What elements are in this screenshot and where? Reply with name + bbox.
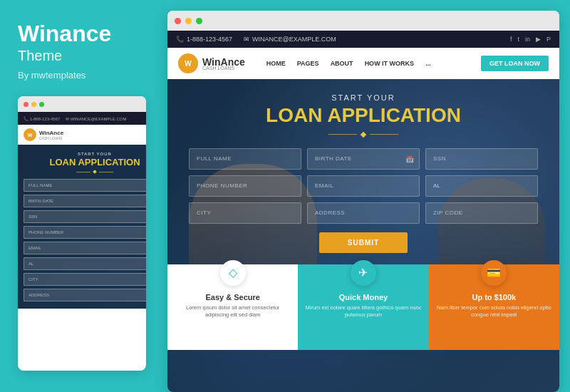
ssn-wrap [425,148,538,170]
birth-date-wrap: 📅 [307,148,420,170]
right-panel: 📞 1-888-123-4567 ✉ WINANCE@EXAMPLE.COM f… [164,0,570,392]
theme-subtitle: Theme [18,48,146,64]
facebook-icon[interactable]: f [510,36,512,43]
divider-line-right [370,134,398,135]
calendar-icon: 📅 [405,155,414,163]
city-wrap [189,202,301,224]
email-input[interactable] [307,175,420,197]
phone-icon: 📞 [176,36,184,43]
mini-expand-dot [39,102,44,107]
up-to-100k-content: Up to $100k Nam liber tempor cum soluta … [436,293,552,319]
main-browser-bar [167,11,559,31]
logo-icon: W [178,53,198,73]
mini-browser-content: 📞 1-888-123-4567 ✉ WINANCE@EXAMPLE.COM f… [18,112,146,371]
email-address: WINANCE@EXAMPLE.COM [252,36,336,43]
site-topbar: 📞 1-888-123-4567 ✉ WINANCE@EXAMPLE.COM f… [167,31,559,48]
topbar-email: ✉ WINANCE@EXAMPLE.COM [244,36,336,43]
full-name-wrap [189,148,301,170]
city-input[interactable] [189,202,301,224]
left-panel: Winance Theme By mwtemplates 📞 1-888-123… [0,0,164,392]
state-wrap: AL AK AZ [425,175,538,197]
state-select[interactable]: AL AK AZ [425,175,538,197]
up-to-100k-title: Up to $100k [436,293,552,301]
mini-minimize-dot [31,102,36,107]
logo-text-wrap: WinAnce CASH LOANS [202,56,245,71]
full-name-input[interactable] [189,148,301,170]
zip-wrap [425,202,538,224]
main-site: 📞 1-888-123-4567 ✉ WINANCE@EXAMPLE.COM f… [167,31,559,392]
minimize-dot[interactable] [185,18,192,24]
form-row-2: AL AK AZ [189,175,538,197]
divider-line-left [328,134,357,135]
zip-input[interactable] [425,202,538,224]
feature-up-to-100k: 💳 Up to $100k Nam liber tempor cum solut… [429,264,559,350]
nav-how-it-works[interactable]: HOW IT WORKS [365,60,415,67]
phone-number: 1-888-123-4567 [187,36,232,43]
nav-about[interactable]: ABOUT [331,60,353,67]
quick-money-title: Quick Money [305,293,421,301]
address-input[interactable] [307,202,420,224]
theme-author: By mwtemplates [18,70,146,81]
site-nav: HOME PAGES ABOUT HOW IT WORKS ... [266,60,431,67]
hero-start-your: START YOUR [182,93,545,102]
form-row-1: 📅 [189,148,538,170]
up-to-100k-text: Nam liber tempor cum soluta nobis eligen… [436,304,552,319]
email-icon: ✉ [244,36,249,43]
form-submit-row: SUBMIT [189,232,538,253]
social-icons: f t in ▶ P [510,36,551,43]
theme-title: Winance [18,21,146,46]
nav-home[interactable]: HOME [266,60,286,67]
get-loan-button[interactable]: GET LOAN NOW [481,56,549,71]
pinterest-icon[interactable]: P [546,36,551,43]
twitter-icon[interactable]: t [517,36,519,43]
nav-more[interactable]: ... [425,60,431,67]
email-wrap [307,175,420,197]
ssn-input[interactable] [425,148,538,170]
quick-money-content: Quick Money Mirum est notare quam litter… [305,293,421,319]
mini-browser-bar [18,96,146,112]
linkedin-icon[interactable]: in [525,36,530,43]
address-wrap [307,202,420,224]
youtube-icon[interactable]: ▶ [536,36,541,43]
close-dot[interactable] [175,18,181,24]
site-hero: START YOUR LOAN APPLICATION [167,79,559,392]
form-row-3 [189,202,538,224]
expand-dot[interactable] [196,18,202,24]
hero-title: LOAN APPLICATION [182,105,545,127]
easy-secure-title: Easy & Secure [175,293,291,301]
mini-close-dot [24,102,28,107]
site-navbar: W WinAnce CASH LOANS HOME PAGES ABOUT HO… [167,48,559,79]
phone-input[interactable] [189,175,301,197]
site-logo: W WinAnce CASH LOANS [178,53,245,73]
quick-money-text: Mirum est notare quam littera gothica qu… [305,304,421,319]
feature-easy-secure: ◇ Easy & Secure Lorem ipsum dolor sit am… [167,264,298,350]
loan-form: 📅 [167,137,559,264]
nav-pages[interactable]: PAGES [297,60,319,67]
birth-date-input[interactable] [307,148,420,170]
submit-button[interactable]: SUBMIT [319,232,408,253]
feature-quick-money: ✈ Quick Money Mirum est notare quam litt… [298,264,428,350]
easy-secure-content: Easy & Secure Lorem ipsum dolor sit amet… [175,293,291,319]
topbar-phone: 📞 1-888-123-4567 [176,36,232,43]
phone-wrap [189,175,301,197]
hero-text-area: START YOUR LOAN APPLICATION [167,79,559,137]
mini-browser: 📞 1-888-123-4567 ✉ WINANCE@EXAMPLE.COM f… [18,96,146,371]
feature-cards: ◇ Easy & Secure Lorem ipsum dolor sit am… [167,264,559,350]
easy-secure-text: Lorem ipsum dolor sit amet consectetur a… [175,304,291,319]
main-browser: 📞 1-888-123-4567 ✉ WINANCE@EXAMPLE.COM f… [167,11,559,392]
